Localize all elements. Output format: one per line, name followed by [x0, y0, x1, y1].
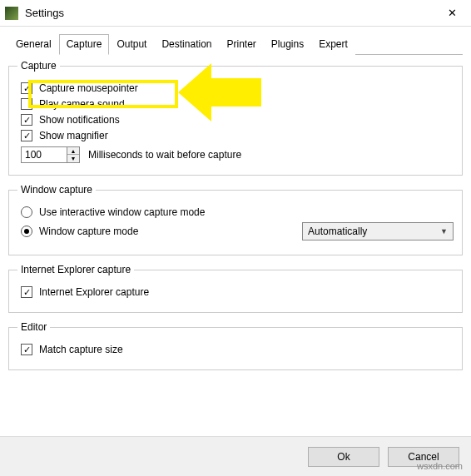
checkbox-mousepointer[interactable] [21, 82, 32, 94]
chevron-down-icon: ▼ [440, 227, 448, 236]
tab-plugins[interactable]: Plugins [264, 34, 311, 55]
checkbox-ie-capture[interactable] [21, 286, 32, 298]
label-magnifier: Show magnifier [39, 130, 108, 141]
watermark: wsxdn.com [417, 461, 463, 471]
checkbox-camera-sound[interactable] [21, 98, 32, 110]
tab-expert[interactable]: Expert [311, 34, 355, 55]
group-window-capture: Window capture Use interactive window ca… [8, 184, 463, 255]
close-button[interactable]: ✕ [433, 0, 471, 27]
ok-button[interactable]: Ok [308, 447, 379, 467]
button-bar: Ok Cancel [0, 436, 471, 476]
group-window-capture-legend: Window capture [17, 184, 96, 196]
group-capture: Capture Capture mousepointer Play camera… [8, 60, 463, 176]
group-editor: Editor Match capture size [8, 321, 463, 370]
spinner-up-icon[interactable]: ▲ [67, 147, 79, 155]
combo-value: Automatically [308, 226, 440, 237]
label-interactive-mode: Use interactive window capture mode [39, 206, 205, 218]
label-match-size: Match capture size [39, 344, 123, 355]
spinner-down-icon[interactable]: ▼ [67, 155, 79, 162]
tab-general[interactable]: General [8, 34, 59, 55]
title-bar: Settings ✕ [0, 0, 471, 27]
label-camera-sound: Play camera sound [39, 98, 125, 110]
tab-printer[interactable]: Printer [219, 34, 263, 55]
label-ie-capture: Internet Explorer capture [39, 286, 149, 298]
group-capture-legend: Capture [17, 60, 60, 72]
group-editor-legend: Editor [17, 321, 50, 333]
label-ms: Milliseconds to wait before capture [88, 149, 241, 161]
radio-window-capture-mode[interactable] [21, 226, 32, 237]
spinner-ms[interactable]: ▲ ▼ [21, 146, 80, 163]
close-icon: ✕ [448, 7, 457, 19]
dialog-content: General Capture Output Destination Print… [0, 27, 471, 387]
tab-output[interactable]: Output [109, 34, 154, 55]
checkbox-match-size[interactable] [21, 344, 32, 355]
label-window-capture-mode: Window capture mode [39, 226, 138, 237]
app-icon [5, 7, 18, 20]
label-mousepointer: Capture mousepointer [39, 82, 138, 94]
tab-capture[interactable]: Capture [59, 34, 110, 55]
input-ms[interactable] [21, 146, 67, 163]
label-notifications: Show notifications [39, 114, 120, 126]
group-ie-capture: Internet Explorer capture Internet Explo… [8, 264, 463, 313]
tab-strip: General Capture Output Destination Print… [8, 33, 463, 55]
combo-capture-mode[interactable]: Automatically ▼ [302, 222, 454, 240]
checkbox-magnifier[interactable] [21, 130, 32, 141]
radio-interactive-mode[interactable] [21, 206, 32, 218]
group-ie-capture-legend: Internet Explorer capture [17, 264, 134, 275]
checkbox-notifications[interactable] [21, 114, 32, 126]
tab-destination[interactable]: Destination [154, 34, 219, 55]
window-title: Settings [25, 7, 433, 19]
